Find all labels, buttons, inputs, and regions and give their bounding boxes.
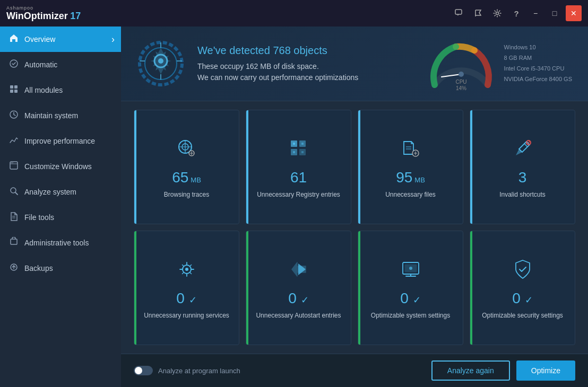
sidebar-item-customize-windows[interactable]: Customize Windows (0, 154, 121, 179)
toggle-area: Analyze at program launch (134, 366, 240, 375)
sidebar-item-analyze-system[interactable]: Analyze system (0, 179, 121, 205)
admin-icon (8, 237, 19, 249)
performance-icon (8, 135, 19, 147)
services-label: Unnecessary running services (144, 311, 229, 320)
svg-rect-16 (11, 239, 17, 244)
sidebar-item-automatic[interactable]: Automatic (0, 52, 121, 77)
card-accent-bar (246, 110, 248, 224)
autostart-label: Unnecessary Autostart entries (256, 311, 341, 320)
svg-rect-41 (293, 151, 295, 153)
sidebar-item-file-tools[interactable]: File tools (0, 205, 121, 230)
cards-row-2: 0 ✓ Unnecessary running services (134, 231, 575, 345)
card-accent-bar (246, 231, 248, 345)
files-count: 95 MB (396, 169, 425, 186)
shortcuts-icon (512, 137, 534, 164)
sidebar-label-maintain-system: Maintain system (24, 111, 78, 120)
svg-point-2 (496, 12, 499, 15)
svg-rect-0 (455, 10, 462, 14)
banner-sub-line1: These occupy 162 MB of disk space. (197, 61, 414, 72)
banner: We've detected 768 objects These occupy … (121, 27, 588, 101)
registry-icon (288, 137, 310, 164)
banner-text: We've detected 768 objects These occupy … (197, 45, 414, 83)
sidebar-label-analyze-system: Analyze system (24, 188, 76, 196)
svg-line-13 (15, 192, 18, 195)
sidebar-item-improve-performance[interactable]: Improve performance (0, 128, 121, 154)
settings-icon[interactable] (489, 5, 505, 21)
card-accent-bar (470, 110, 472, 224)
bottom-bar: Analyze at program launch Analyze again … (121, 354, 588, 387)
system-settings-icon (400, 258, 422, 285)
browsing-label: Browsing traces (164, 190, 209, 199)
sidebar-label-backups: Backups (24, 264, 53, 272)
services-icon (176, 258, 198, 285)
card-unnecessary-files[interactable]: 95 MB Unnecessary files (358, 110, 463, 224)
cards-row-1: 65 MB Browsing traces (134, 110, 575, 224)
main-layout: Overview Automatic All modules Maintain … (0, 27, 588, 387)
sidebar-label-customize-windows: Customize Windows (24, 162, 92, 171)
content-area: We've detected 768 objects These occupy … (121, 27, 588, 387)
svg-point-21 (158, 58, 163, 64)
sidebar-label-file-tools: File tools (24, 213, 54, 222)
help-icon[interactable]: ? (508, 5, 524, 21)
browsing-count: 65 MB (172, 169, 201, 186)
home-icon (8, 33, 19, 45)
svg-rect-6 (10, 90, 13, 93)
app-name: WinOptimizer (6, 11, 68, 21)
analyze-again-button[interactable]: Analyze again (431, 360, 510, 381)
analyze-icon (8, 186, 19, 198)
svg-point-11 (12, 162, 13, 163)
brand-name: Ashampoo (6, 5, 81, 11)
chat-icon[interactable] (451, 5, 467, 21)
card-security-settings[interactable]: 0 ✓ Optimizable security settings (470, 231, 575, 345)
flag-icon[interactable] (470, 5, 486, 21)
minimize-button[interactable]: − (528, 5, 543, 21)
maintain-icon (8, 110, 19, 121)
banner-sub-line2: We can now carry out performance optimiz… (197, 72, 414, 83)
analyze-toggle[interactable] (134, 366, 153, 375)
svg-rect-4 (10, 85, 13, 89)
sidebar-label-improve-performance: Improve performance (24, 137, 95, 145)
backups-icon (8, 262, 19, 274)
cards-section: 65 MB Browsing traces (121, 101, 588, 354)
svg-rect-39 (293, 143, 295, 145)
sidebar-label-overview: Overview (24, 35, 55, 43)
svg-rect-5 (14, 85, 18, 89)
cpu-info: Intel Core i5-3470 CPU (504, 64, 572, 74)
toggle-knob (135, 367, 142, 374)
sidebar-item-maintain-system[interactable]: Maintain system (0, 103, 121, 128)
card-invalid-shortcuts[interactable]: 3 Invalid shortcuts (470, 110, 575, 224)
optimize-button[interactable]: Optimize (516, 360, 575, 381)
svg-rect-42 (301, 151, 304, 153)
card-browsing-traces[interactable]: 65 MB Browsing traces (134, 110, 239, 224)
svg-rect-7 (14, 90, 18, 93)
ram-info: 8 GB RAM (504, 53, 572, 64)
file-tools-icon (8, 212, 19, 223)
sidebar-label-automatic: Automatic (24, 60, 57, 69)
card-accent-bar (358, 110, 360, 224)
maximize-button[interactable]: □ (547, 5, 563, 21)
cpu-gauge: CPU 14% (427, 37, 496, 90)
sidebar-item-administrative-tools[interactable]: Administrative tools (0, 230, 121, 256)
card-accent-bar (134, 231, 136, 345)
files-label: Unnecessary files (385, 190, 436, 199)
close-button[interactable]: ✕ (566, 5, 582, 21)
card-system-settings[interactable]: 0 ✓ Optimizable system settings (358, 231, 463, 345)
gear-animation (137, 40, 185, 87)
svg-point-27 (459, 72, 464, 77)
sidebar: Overview Automatic All modules Maintain … (0, 27, 121, 387)
sidebar-label-administrative-tools: Administrative tools (24, 239, 89, 247)
card-accent-bar (134, 110, 136, 224)
card-registry-entries[interactable]: 61 Unnecessary Registry entries (246, 110, 351, 224)
autostart-count: 0 ✓ (288, 290, 309, 307)
sidebar-item-all-modules[interactable]: All modules (0, 77, 121, 103)
gpu-info: NVIDIA GeForce 8400 GS (504, 74, 572, 85)
banner-headline: We've detected 768 objects (197, 45, 414, 57)
sidebar-item-overview[interactable]: Overview (0, 27, 121, 52)
autostart-icon (288, 258, 310, 285)
titlebar: Ashampoo WinOptimizer 17 ? − □ ✕ (0, 0, 588, 27)
card-running-services[interactable]: 0 ✓ Unnecessary running services (134, 231, 239, 345)
card-accent-bar (358, 231, 360, 345)
sidebar-label-all-modules: All modules (24, 86, 63, 94)
card-autostart-entries[interactable]: 0 ✓ Unnecessary Autostart entries (246, 231, 351, 345)
sidebar-item-backups[interactable]: Backups (0, 256, 121, 281)
